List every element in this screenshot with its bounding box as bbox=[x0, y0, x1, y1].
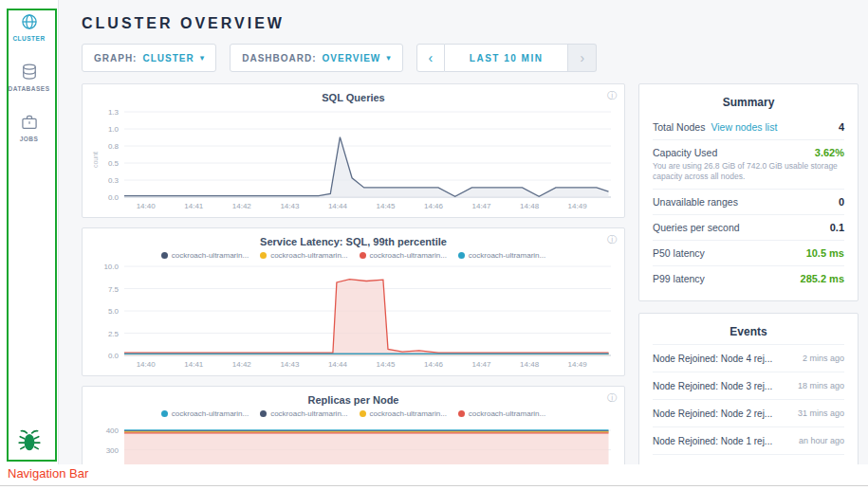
summary-value: 4 bbox=[839, 121, 844, 133]
event-text: Node Rejoined: Node 1 rej... bbox=[653, 436, 791, 446]
jobs-icon bbox=[20, 113, 39, 132]
svg-text:14:47: 14:47 bbox=[471, 202, 491, 210]
info-icon[interactable]: ⓘ bbox=[607, 233, 617, 246]
toolbar: GRAPH: CLUSTER ▾ DASHBOARD: OVERVIEW ▾ ‹… bbox=[82, 44, 859, 72]
svg-text:14:40: 14:40 bbox=[137, 202, 157, 210]
svg-text:14:46: 14:46 bbox=[424, 360, 444, 369]
legend-dot-icon bbox=[260, 252, 267, 259]
svg-text:0.3: 0.3 bbox=[108, 176, 120, 185]
graph-dropdown-label: GRAPH: bbox=[94, 53, 137, 64]
time-next-button[interactable]: › bbox=[568, 44, 597, 72]
annotation-caption-bar: Navigation Bar bbox=[0, 464, 868, 490]
svg-text:14:43: 14:43 bbox=[280, 202, 300, 210]
databases-icon bbox=[20, 63, 39, 82]
legend-dot-icon bbox=[360, 252, 366, 259]
event-time: 31 mins ago bbox=[798, 408, 844, 418]
summary-row-unavailable-ranges: Unavailable ranges 0 bbox=[653, 189, 844, 214]
svg-text:5.0: 5.0 bbox=[108, 307, 120, 316]
svg-text:14:46: 14:46 bbox=[424, 202, 444, 210]
svg-text:14:41: 14:41 bbox=[184, 202, 204, 210]
chart-replicas-per-node: Replicas per Node ⓘ cockroach-ultramarin… bbox=[82, 386, 625, 464]
summary-label: P50 latency bbox=[653, 247, 705, 259]
legend-dot-icon bbox=[161, 410, 168, 417]
graph-dropdown[interactable]: GRAPH: CLUSTER ▾ bbox=[82, 44, 216, 72]
cockroachdb-logo-icon[interactable] bbox=[0, 428, 59, 453]
chevron-down-icon: ▾ bbox=[200, 53, 205, 63]
capacity-caption: You are using 26.8 GiB of 742.0 GiB usab… bbox=[653, 161, 844, 182]
svg-text:14:44: 14:44 bbox=[328, 202, 348, 210]
legend-item[interactable]: cockroach-ultramarin... bbox=[360, 251, 447, 260]
svg-text:0.0: 0.0 bbox=[108, 193, 120, 202]
sidebar-item-databases[interactable]: DATABASES bbox=[0, 50, 58, 100]
svg-text:14:45: 14:45 bbox=[376, 202, 396, 210]
sidebar-item-cluster[interactable]: CLUSTER bbox=[0, 0, 58, 50]
sidebar-item-jobs[interactable]: JOBS bbox=[0, 100, 58, 151]
summary-title: Summary bbox=[653, 92, 844, 115]
app-root: CLUSTER DATABASES bbox=[0, 0, 868, 490]
summary-value: 3.62% bbox=[815, 147, 844, 158]
event-text: Node Rejoined: Node 3 rej... bbox=[653, 381, 790, 391]
legend-dot-icon bbox=[260, 410, 267, 417]
legend-item[interactable]: cockroach-ultramarin... bbox=[161, 251, 249, 260]
event-row[interactable]: Node Rejoined: Node 4 rej... an hour ago bbox=[653, 454, 844, 464]
summary-row-capacity-used: Capacity Used 3.62% You are using 26.8 G… bbox=[653, 139, 844, 189]
dashboard-dropdown-label: DASHBOARD: bbox=[242, 53, 316, 64]
summary-value: 0.1 bbox=[830, 222, 844, 233]
service-latency-plot[interactable]: 0.02.55.07.510.014:4014:4114:4214:4314:4… bbox=[90, 262, 617, 372]
svg-text:10.0: 10.0 bbox=[103, 263, 119, 271]
svg-text:14:41: 14:41 bbox=[184, 360, 204, 369]
time-range-label[interactable]: LAST 10 MIN bbox=[445, 44, 569, 72]
summary-row-total-nodes: Total Nodes View nodes list 4 bbox=[653, 115, 844, 139]
chevron-down-icon: ▾ bbox=[386, 53, 391, 63]
svg-text:2.5: 2.5 bbox=[108, 330, 120, 338]
legend-item[interactable]: cockroach-ultramarin... bbox=[260, 251, 347, 260]
content-area: SQL Queries ⓘ 0.00.30.50.81.01.314:4014:… bbox=[82, 83, 859, 464]
cluster-icon bbox=[20, 12, 39, 31]
summary-value: 10.5 ms bbox=[806, 247, 844, 259]
legend-item[interactable]: cockroach-ultramarin... bbox=[458, 409, 545, 418]
svg-text:400: 400 bbox=[106, 426, 120, 435]
view-nodes-link[interactable]: View nodes list bbox=[711, 121, 777, 133]
summary-label: P99 latency bbox=[653, 273, 705, 284]
event-row[interactable]: Node Rejoined: Node 4 rej... 2 mins ago bbox=[653, 344, 844, 372]
svg-text:14:48: 14:48 bbox=[520, 360, 540, 369]
svg-text:0.8: 0.8 bbox=[108, 142, 120, 151]
event-row[interactable]: Node Rejoined: Node 3 rej... 18 mins ago bbox=[653, 372, 844, 399]
svg-text:7.5: 7.5 bbox=[108, 285, 120, 294]
legend-item[interactable]: cockroach-ultramarin... bbox=[360, 409, 447, 418]
summary-row-p50-latency: P50 latency 10.5 ms bbox=[653, 240, 844, 265]
chart-legend: cockroach-ultramarin...cockroach-ultrama… bbox=[90, 251, 617, 260]
time-prev-button[interactable]: ‹ bbox=[416, 44, 445, 72]
event-text: Node Rejoined: Node 2 rej... bbox=[653, 408, 790, 419]
navigation-bar: CLUSTER DATABASES bbox=[0, 0, 59, 464]
svg-text:300: 300 bbox=[106, 446, 120, 455]
summary-row-p99-latency: P99 latency 285.2 ms bbox=[653, 265, 844, 291]
svg-text:14:42: 14:42 bbox=[232, 202, 252, 210]
event-time: 2 mins ago bbox=[803, 354, 844, 363]
event-row[interactable]: Node Rejoined: Node 2 rej... 31 mins ago bbox=[653, 399, 844, 426]
event-row[interactable]: Node Rejoined: Node 1 rej... an hour ago bbox=[653, 426, 844, 454]
sql-queries-plot[interactable]: 0.00.30.50.81.01.314:4014:4114:4214:4314… bbox=[90, 107, 617, 213]
info-icon[interactable]: ⓘ bbox=[607, 89, 617, 102]
svg-text:0.5: 0.5 bbox=[108, 159, 120, 168]
events-title: Events bbox=[653, 321, 844, 344]
events-panel: Events Node Rejoined: Node 4 rej... 2 mi… bbox=[638, 313, 859, 464]
replicas-per-node-plot[interactable]: 010020030040014:4014:4114:4214:4314:4414… bbox=[90, 420, 617, 464]
graph-dropdown-value: CLUSTER bbox=[142, 53, 194, 64]
svg-text:14:48: 14:48 bbox=[520, 202, 540, 210]
legend-item[interactable]: cockroach-ultramarin... bbox=[161, 409, 249, 418]
svg-text:14:42: 14:42 bbox=[232, 360, 252, 369]
chart-service-latency: Service Latency: SQL, 99th percentile ⓘ … bbox=[82, 227, 625, 376]
page-title: CLUSTER OVERVIEW bbox=[82, 15, 859, 32]
right-column: Summary Total Nodes View nodes list 4 Ca… bbox=[638, 83, 859, 464]
chart-sql-queries: SQL Queries ⓘ 0.00.30.50.81.01.314:4014:… bbox=[82, 83, 625, 218]
info-icon[interactable]: ⓘ bbox=[607, 391, 617, 405]
svg-text:14:47: 14:47 bbox=[471, 360, 491, 369]
legend-item[interactable]: cockroach-ultramarin... bbox=[260, 409, 347, 418]
summary-row-queries-per-second: Queries per second 0.1 bbox=[653, 214, 844, 240]
dashboard-dropdown[interactable]: DASHBOARD: OVERVIEW ▾ bbox=[230, 44, 403, 72]
legend-item[interactable]: cockroach-ultramarin... bbox=[458, 251, 545, 260]
summary-label: Capacity Used bbox=[653, 147, 717, 158]
svg-text:14:40: 14:40 bbox=[137, 360, 157, 369]
summary-value: 285.2 ms bbox=[801, 273, 844, 284]
